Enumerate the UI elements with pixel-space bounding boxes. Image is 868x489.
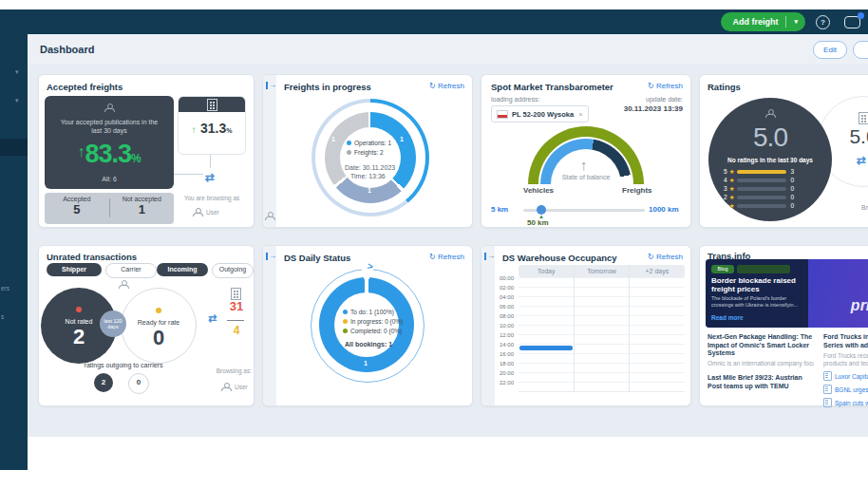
refresh-button[interactable]: ↻ Refresh [429, 253, 464, 261]
article-title[interactable]: Next-Gen Package Handling: The Impact of… [708, 333, 814, 358]
card-title: DS Warehouse Occupancy [502, 253, 617, 263]
sidebar-active-item[interactable] [0, 139, 28, 156]
address-chip-label: PL 52-200 Wysoka [512, 110, 574, 119]
time-label: 20:00 [485, 370, 514, 376]
add-freight-button[interactable]: Add freight ▾ [721, 12, 805, 31]
left-sidebar: ▾ ▾ ers s [0, 34, 28, 470]
time-label: 08:00 [485, 313, 514, 319]
news-link[interactable]: BGNL urges transitional [823, 385, 868, 394]
panel-text: Your accepted publications in the [45, 119, 174, 125]
accepted-publications-panel: Your accepted publications in the last 3… [45, 96, 174, 189]
more-button[interactable] [853, 41, 868, 59]
legend-todo: To do: 1 (100%) [343, 309, 394, 315]
occupancy-booking-bar[interactable] [519, 346, 573, 350]
star-count: 5 [724, 168, 727, 175]
all-bookings-label: All bookings: 1 [345, 341, 392, 348]
export-arrow-icon[interactable]: → [266, 253, 276, 260]
close-icon[interactable]: × [578, 110, 582, 119]
news-hero[interactable]: de prices Blog Border blockade raised fr… [706, 259, 868, 328]
company-percentage: ↑ 31.3% [179, 120, 245, 137]
panel-header [179, 97, 245, 112]
percentage-unit: % [131, 152, 142, 165]
star-count: 4 [724, 177, 727, 183]
help-icon[interactable]: ? [816, 15, 830, 29]
sidebar-item-label-fragment[interactable]: ers [1, 285, 9, 292]
rating-bar [737, 204, 786, 208]
time-label: 12:00 [485, 332, 514, 338]
yellow-status-dot [156, 308, 161, 313]
building-icon [859, 112, 868, 124]
time-label: 06:00 [485, 304, 514, 310]
rating-value: 3 [790, 168, 794, 175]
browsing-user: User [221, 383, 248, 391]
sidebar-item-label-fragment[interactable]: s [1, 313, 4, 320]
time-label: 16:00 [485, 351, 514, 357]
toggle-incoming[interactable]: Incoming [157, 263, 208, 276]
rating-row: 5★3 [724, 167, 819, 176]
refresh-button[interactable]: ↻ Refresh [648, 82, 683, 90]
all-count-label: All: 6 [45, 176, 174, 182]
address-chip[interactable]: PL 52-200 Wysoka × [491, 105, 589, 122]
legend-in-progress: In progress: 0 (0%) [343, 318, 403, 325]
star-count: 2 [724, 194, 727, 200]
card-title: Ratings [708, 82, 741, 92]
article-title[interactable]: Last Mile Brief 39/23: Austrian Post tea… [708, 374, 814, 390]
star-icon: ★ [729, 194, 735, 201]
company-percentage-panel: ↑ 31.3% [178, 96, 246, 155]
article-description: products and technologies a [823, 360, 868, 367]
red-status-dot [76, 307, 82, 312]
news-link[interactable]: Spain cuts work permit [823, 398, 868, 407]
column-plus2days[interactable]: +2 days [630, 265, 685, 277]
refresh-button[interactable]: ↻ Refresh [648, 253, 683, 261]
not-accepted-label: Not accepted [110, 196, 175, 202]
browsing-user: User [193, 208, 219, 216]
edit-button[interactable]: Edit [813, 41, 847, 59]
time-label: Time: 13:36 [350, 173, 386, 179]
news-links: Luxor Capital Group rep BGNL urges trans… [823, 371, 868, 411]
rating-row: 3★0 [724, 184, 819, 193]
time-label: 14:00 [485, 342, 514, 348]
read-more-link[interactable]: Read more [711, 314, 744, 321]
legend-label: Freights: 2 [354, 149, 384, 156]
segment-value: 1 [368, 187, 371, 194]
time-label: 02:00 [485, 285, 514, 291]
user-icon [221, 383, 232, 391]
column-tomorrow[interactable]: Tomorrow [574, 265, 629, 277]
ds-daily-status-card: → DS Daily Status ↻ Refresh > To do: 1 (… [262, 245, 473, 406]
article-title[interactable]: Ford Trucks introduces th [823, 333, 868, 342]
refresh-button[interactable]: ↻ Refresh [429, 82, 464, 90]
rating-bar [737, 179, 786, 182]
legend-dot [343, 319, 348, 324]
export-arrow-icon[interactable]: → [266, 82, 276, 89]
toggle-carrier[interactable]: Carrier [105, 263, 157, 278]
article-title[interactable]: Series with advanced saf [823, 342, 868, 350]
toggle-outgoing[interactable]: Outgoing [212, 263, 254, 278]
category-bar [737, 265, 790, 273]
refresh-icon: ↻ [429, 253, 436, 261]
news-link-label: BGNL urges transitional [835, 386, 868, 393]
toggle-shipper[interactable]: Shipper [47, 263, 102, 276]
accepted-freights-card: Accepted freights Your accepted publicat… [38, 74, 255, 228]
column-today[interactable]: Today [519, 265, 574, 277]
legend-completed: Completed: 0 (0%) [343, 328, 402, 334]
user-icon [193, 208, 203, 216]
browsing-as-text: Browsing as: [206, 367, 252, 374]
swap-icon[interactable]: ⇄ [857, 154, 866, 167]
accepted-cell: Accepted 5 [45, 193, 109, 224]
fraction-line [227, 320, 244, 321]
count-bottom: 4 [225, 324, 248, 337]
refresh-label: Refresh [438, 82, 464, 90]
star-icon: ★ [729, 177, 735, 184]
sidebar-chevron-down-icon[interactable]: ▾ [15, 68, 19, 76]
time-label: 18:00 [485, 361, 514, 367]
hero-headline[interactable]: Border blockade raised freight prices [711, 276, 806, 293]
date-label: Date: 30.11.2023 [345, 164, 395, 171]
swap-icon[interactable]: ⇄ [208, 312, 217, 325]
time-label: 00:00 [485, 275, 514, 281]
legend-label: To do: 1 (100%) [350, 309, 394, 315]
chevron-down-icon[interactable]: ▾ [786, 18, 805, 26]
swap-icon[interactable]: ⇄ [205, 171, 215, 184]
export-arrow-icon[interactable]: → [484, 253, 495, 260]
sidebar-chevron-down-icon[interactable]: ▾ [15, 97, 19, 104]
news-link[interactable]: Luxor Capital Group rep [823, 371, 868, 381]
